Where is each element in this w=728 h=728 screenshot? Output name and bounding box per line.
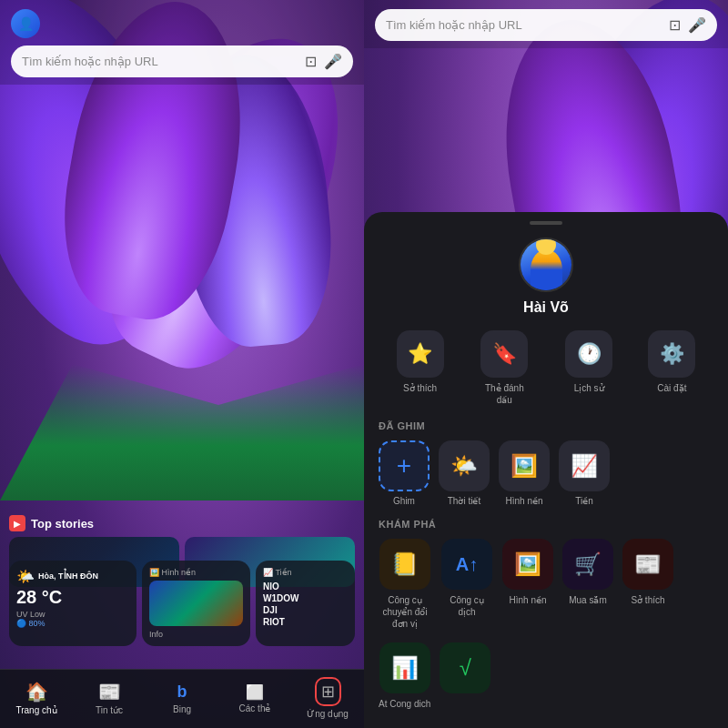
history-icon: 🕐 [565,330,612,378]
left-panel: 👤 Tìm kiếm hoặc nhập URL ⊡ 🎤 ▶ Top stori… [0,0,364,728]
pinned-weather-icon: 🌤️ [450,453,478,479]
settings-icon: ⚙️ [648,330,695,378]
shopping-icon: 🛒 [574,551,602,577]
weather-widget[interactable]: 🌤️ Hòa, TỈNH ĐÔN 28 °C UV Low 🔵 80% [9,561,136,646]
more-at-cong-dich[interactable]: 📊 At Cong dich [379,642,430,710]
top-stories-header: ▶ Top stories [9,515,355,531]
stocks-label: 📈 Tiền [263,568,348,577]
profile-head [536,238,556,255]
explore-interests[interactable]: 📰 Sở thích [622,539,673,630]
home-icon: 🏠 [25,681,48,703]
bing-icon: b [177,682,187,702]
pinned-wallpaper-icon: 🖼️ [511,453,538,479]
more-sqrt[interactable]: √ [440,642,490,710]
stocks-widget[interactable]: 📈 Tiền NIO W1DOW DJI RIOT [256,561,355,646]
apps-icon: ⊞ [321,682,335,701]
nav-bing[interactable]: b Bing [146,682,218,714]
bookmarks-label: Thẻ đánh dấu [480,382,530,406]
translate-icon: A↑ [456,554,478,575]
quick-action-bookmarks[interactable]: 🔖 Thẻ đánh dấu [480,330,530,406]
profile-figure [531,249,562,290]
widgets-row: 🌤️ Hòa, TỈNH ĐÔN 28 °C UV Low 🔵 80% 🖼️ H… [9,561,355,646]
explore-shopping[interactable]: 🛒 Mua sắm [562,539,613,630]
flower-stem [0,364,364,500]
bottom-sheet: Hài Võ ⭐ Sở thích 🔖 Thẻ đánh dấu 🕐 Lịch … [364,212,728,728]
explore-translate[interactable]: A↑ Công cụ dịch [440,539,493,630]
converter-icon-box: 📒 [379,539,430,590]
history-label: Lịch sử [574,382,604,394]
nav-home-label: Trang chủ [15,705,56,715]
more-grid: 📊 At Cong dich √ [364,642,728,710]
pinned-grid: + Ghim 🌤️ Thời tiết 🖼️ Hình nền 📈 [364,440,728,506]
stories-icon: ▶ [9,515,25,531]
right-search-placeholder: Tìm kiếm hoặc nhập URL [386,18,662,32]
explore-wallpaper-icon-box: 🖼️ [502,539,553,590]
pinned-wallpaper[interactable]: 🖼️ Hình nền [499,440,550,506]
explore-wallpaper-label: Hình nền [509,594,546,606]
translate-label: Công cụ dịch [440,594,493,618]
interests-icon-box: 📰 [622,539,673,590]
right-panel: Tìm kiếm hoặc nhập URL ⊡ 🎤 Hài Võ [364,0,728,728]
nav-bing-label: Bing [173,704,191,714]
avatar[interactable]: 👤 [11,9,40,38]
at-cong-dich-icon: 📊 [391,655,419,681]
camera-icon[interactable]: ⊡ [305,53,317,70]
avatar-inner [521,239,571,290]
pinned-wallpaper-icon-box: 🖼️ [499,440,550,491]
right-search-bar[interactable]: Tìm kiếm hoặc nhập URL ⊡ 🎤 [375,9,717,41]
explore-converter[interactable]: 📒 Công cụ chuyển đổi đơn vị [379,539,431,630]
left-top-bar: 👤 Tìm kiếm hoặc nhập URL ⊡ 🎤 [0,0,364,85]
quick-action-favorites[interactable]: ⭐ Sở thích [397,330,444,406]
pinned-weather[interactable]: 🌤️ Thời tiết [439,440,490,506]
bookmarks-icon: 🔖 [480,330,528,378]
nav-apps[interactable]: ⊞ Ứng dụng [291,677,364,719]
at-cong-dich-icon-box: 📊 [379,642,430,693]
explore-wallpaper[interactable]: 🖼️ Hình nền [502,539,553,630]
at-cong-dich-label: At Cong dich [379,698,430,710]
right-top-bar: Tìm kiếm hoặc nhập URL ⊡ 🎤 [364,0,728,48]
sqrt-icon: √ [460,655,471,681]
weather-cloud-icon: 🌤️ [16,568,35,585]
pinned-stocks[interactable]: 📈 Tiền [559,440,610,506]
tabs-icon: ⬜ [246,683,264,701]
nav-tabs-label: Các thẻ [239,703,271,713]
translate-icon-box: A↑ [441,539,492,590]
top-stories-title: Top stories [31,517,94,531]
nav-news[interactable]: 📰 Tin tức [73,681,146,715]
right-search-icons: ⊡ 🎤 [669,16,706,34]
weather-rain: 🔵 80% [16,619,129,628]
wallpaper-widget[interactable]: 🖼️ Hình nền Info [142,561,250,646]
quick-actions: ⭐ Sở thích 🔖 Thẻ đánh dấu 🕐 Lịch sử ⚙️ C… [364,330,728,406]
interests-icon: 📰 [634,551,662,577]
pinned-wallpaper-label: Hình nền [505,496,542,506]
left-search-placeholder: Tìm kiếm hoặc nhập URL [22,55,298,68]
converter-icon: 📒 [391,551,419,577]
nav-news-label: Tin tức [96,705,123,715]
sheet-handle [530,221,562,225]
left-search-bar[interactable]: Tìm kiếm hoặc nhập URL ⊡ 🎤 [11,46,353,77]
wallpaper-info: Info [149,630,243,639]
weather-uv: UV Low [16,610,129,619]
flower-center [82,159,145,241]
interests-label: Sở thích [631,594,664,606]
converter-label: Công cụ chuyển đổi đơn vị [379,594,431,630]
favorites-label: Sở thích [403,382,437,394]
pinned-stocks-icon-box: 📈 [559,440,610,491]
explore-section-header: KHÁM PHÁ [364,519,728,530]
nav-home[interactable]: 🏠 Trang chủ [0,681,73,715]
quick-action-history[interactable]: 🕐 Lịch sử [565,330,612,406]
add-icon: + [397,451,411,480]
quick-action-settings[interactable]: ⚙️ Cài đặt [648,330,695,406]
profile-name: Hài Võ [523,299,569,316]
pinned-stocks-icon: 📈 [571,453,598,479]
nav-tabs[interactable]: ⬜ Các thẻ [218,683,291,713]
right-mic-icon[interactable]: 🎤 [688,16,706,34]
news-icon: 📰 [98,681,121,703]
explore-grid: 📒 Công cụ chuyển đổi đơn vị A↑ Công cụ d… [364,539,728,630]
wallpaper-thumbnail [149,581,243,626]
add-pin-icon-box: + [379,440,430,491]
pinned-add[interactable]: + Ghim [379,440,430,506]
shopping-icon-box: 🛒 [562,539,613,590]
right-camera-icon[interactable]: ⊡ [669,16,681,34]
mic-icon[interactable]: 🎤 [324,53,342,70]
